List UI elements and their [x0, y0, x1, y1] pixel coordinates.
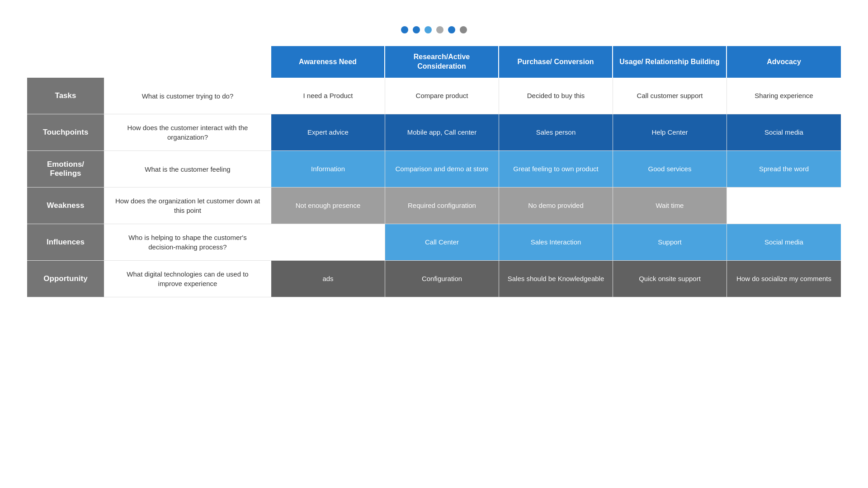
grid-cell: Support	[613, 224, 727, 260]
grid-cell: Good services	[613, 151, 727, 187]
grid-cell: Sales should be Knowledgeable	[499, 261, 613, 297]
grid-row: InformationComparison and demo at storeG…	[271, 151, 841, 188]
grid-cell: Expert advice	[271, 114, 385, 150]
table-row: WeaknessHow does the organization let cu…	[27, 188, 271, 224]
row-label: Influences	[27, 224, 104, 260]
grid-cell: Quick onsite support	[613, 261, 727, 297]
left-panel: TasksWhat is customer trying to do?Touch…	[27, 46, 271, 297]
table-row: TouchpointsHow does the customer interac…	[27, 114, 271, 151]
row-label: Opportunity	[27, 261, 104, 297]
row-label: Touchpoints	[27, 114, 104, 150]
grid-cell: Sales person	[499, 114, 613, 150]
grid-row: Not enough presenceRequired configuratio…	[271, 188, 841, 224]
slide-dot[interactable]	[460, 26, 467, 33]
column-header: Usage/ Relationship Building	[613, 46, 727, 78]
grid-cell: ads	[271, 261, 385, 297]
grid-cell: Not enough presence	[271, 188, 385, 224]
column-header: Awareness Need	[271, 46, 385, 78]
grid-row: adsConfigurationSales should be Knowledg…	[271, 261, 841, 297]
slide-dots	[401, 26, 467, 33]
grid-cell: Decided to buy this	[499, 78, 613, 114]
grid-cell	[271, 224, 385, 260]
right-panel: Awareness NeedResearch/Active Considerat…	[271, 46, 841, 297]
slide-dot[interactable]	[401, 26, 408, 33]
grid-cell: Call customer support	[613, 78, 727, 114]
grid-cell: Configuration	[385, 261, 499, 297]
grid-cell: Compare product	[385, 78, 499, 114]
row-label: Emotions/ Feelings	[27, 151, 104, 187]
grid-cell: How do socialize my comments	[727, 261, 841, 297]
row-description: How does the organization let customer d…	[104, 192, 271, 220]
row-description: What digital technologies can de used to…	[104, 265, 271, 293]
grid-row: Expert adviceMobile app, Call centerSale…	[271, 114, 841, 151]
grid-cell: Comparison and demo at store	[385, 151, 499, 187]
row-label: Weakness	[27, 188, 104, 224]
main-layout: TasksWhat is customer trying to do?Touch…	[27, 46, 841, 297]
grid-cell: Social media	[727, 114, 841, 150]
row-description: How does the customer interact with the …	[104, 118, 271, 146]
grid-cell: Sharing experience	[727, 78, 841, 114]
grid-cell: Help Center	[613, 114, 727, 150]
row-description: What is customer trying to do?	[104, 87, 271, 105]
column-header: Purchase/ Conversion	[499, 46, 613, 78]
grid-cell: Call Center	[385, 224, 499, 260]
grid-cell: Required configuration	[385, 188, 499, 224]
grid-cell: I need a Product	[271, 78, 385, 114]
column-headers: Awareness NeedResearch/Active Considerat…	[271, 46, 841, 78]
grid-row: I need a ProductCompare productDecided t…	[271, 78, 841, 114]
row-description: What is the customer feeling	[104, 160, 271, 178]
column-header: Advocacy	[727, 46, 841, 78]
grid-cell: Sales Interaction	[499, 224, 613, 260]
slide-dot[interactable]	[448, 26, 455, 33]
slide-dot[interactable]	[436, 26, 443, 33]
column-header: Research/Active Consideration	[385, 46, 499, 78]
table-row: Emotions/ FeelingsWhat is the customer f…	[27, 151, 271, 188]
grid-cell: Wait time	[613, 188, 727, 224]
row-label: Tasks	[27, 78, 104, 114]
row-description: Who is helping to shape the customer's d…	[104, 228, 271, 256]
table-row: OpportunityWhat digital technologies can…	[27, 261, 271, 297]
grid-cell: Spread the word	[727, 151, 841, 187]
grid-cell: Great feeling to own product	[499, 151, 613, 187]
grid-cell: Information	[271, 151, 385, 187]
slide-dot[interactable]	[413, 26, 420, 33]
grid-cell	[727, 188, 841, 224]
table-row: TasksWhat is customer trying to do?	[27, 78, 271, 114]
grid-cell: Social media	[727, 224, 841, 260]
grid-cell: Mobile app, Call center	[385, 114, 499, 150]
slide-dot[interactable]	[425, 26, 432, 33]
grid-row: Call CenterSales InteractionSupportSocia…	[271, 224, 841, 261]
table-row: InfluencesWho is helping to shape the cu…	[27, 224, 271, 261]
grid-cell: No demo provided	[499, 188, 613, 224]
